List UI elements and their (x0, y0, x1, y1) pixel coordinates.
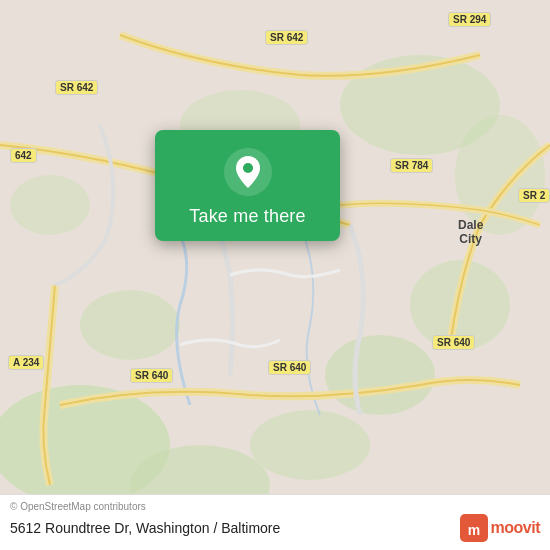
svg-point-3 (325, 335, 435, 415)
road-label-sr640-right: SR 640 (432, 335, 475, 350)
svg-point-12 (243, 163, 253, 173)
road-label-a234: A 234 (8, 355, 44, 370)
road-label-sr642-left: SR 642 (55, 80, 98, 95)
map-attribution: © OpenStreetMap contributors (10, 501, 540, 512)
moovit-logo: m moovit (460, 514, 540, 542)
road-label-sr642-top: SR 642 (265, 30, 308, 45)
road-label-sr640-left: SR 640 (130, 368, 173, 383)
road-label-sr784: SR 784 (390, 158, 433, 173)
road-label-sr640-mid: SR 640 (268, 360, 311, 375)
attribution-text: © OpenStreetMap contributors (10, 501, 146, 512)
svg-point-10 (10, 175, 90, 235)
svg-point-5 (250, 410, 370, 480)
take-me-there-card[interactable]: Take me there (155, 130, 340, 241)
address-text: 5612 Roundtree Dr, Washington / Baltimor… (10, 520, 280, 536)
take-me-there-label: Take me there (189, 206, 305, 227)
city-label-dale-city: DaleCity (458, 218, 483, 247)
location-pin-icon (224, 148, 272, 196)
moovit-icon: m (460, 514, 488, 542)
moovit-text: moovit (491, 519, 540, 537)
svg-text:m: m (467, 522, 479, 538)
svg-point-6 (80, 290, 180, 360)
address-row: 5612 Roundtree Dr, Washington / Baltimor… (10, 514, 540, 542)
bottom-bar: © OpenStreetMap contributors 5612 Roundt… (0, 494, 550, 550)
road-label-642: 642 (10, 148, 37, 163)
road-label-sr2: SR 2 (518, 188, 550, 203)
road-label-sr294: SR 294 (448, 12, 491, 27)
map-container: SR 294 SR 642 SR 642 642 SR 784 SR 2 SR … (0, 0, 550, 550)
